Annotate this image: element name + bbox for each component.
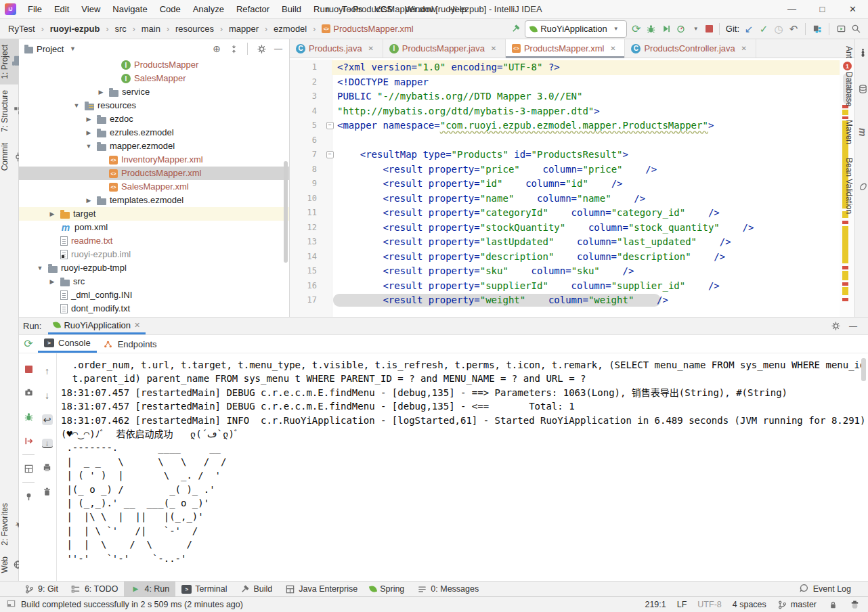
error-stripe-mark[interactable] bbox=[842, 298, 848, 301]
console-scrollbar[interactable] bbox=[861, 358, 866, 381]
collapse-all-icon[interactable] bbox=[228, 43, 239, 54]
next-occurrence-icon[interactable]: ↓ bbox=[42, 390, 53, 401]
error-stripe-mark[interactable] bbox=[842, 221, 848, 224]
run-with-coverage-button[interactable] bbox=[661, 24, 672, 35]
close-button[interactable]: ✕ bbox=[838, 0, 868, 18]
tree-item-readme-txt[interactable]: readme.txt bbox=[19, 234, 289, 248]
toolwindow-button-6-todo[interactable]: 6: TODO bbox=[64, 582, 125, 596]
tree-item-templates-ezmodel[interactable]: ▶templates.ezmodel bbox=[19, 194, 289, 207]
toolwindow-button-java-enterprise[interactable]: Java Enterprise bbox=[278, 582, 364, 596]
menu-view[interactable]: View bbox=[75, 0, 106, 18]
clear-all-icon[interactable] bbox=[42, 486, 53, 497]
editor-tab-products-java[interactable]: CProducts.java✕ bbox=[290, 39, 383, 58]
menu-analyze[interactable]: Analyze bbox=[187, 0, 230, 18]
hide-panel-icon[interactable]: — bbox=[848, 321, 859, 332]
settings-gear-icon[interactable] bbox=[256, 43, 267, 54]
close-tab-icon[interactable]: ✕ bbox=[607, 43, 618, 54]
event-log-button[interactable]: Event Log bbox=[793, 582, 857, 596]
locate-file-icon[interactable]: ⊕ bbox=[211, 43, 222, 54]
run-anything-button[interactable] bbox=[836, 24, 846, 35]
breadcrumb-item[interactable]: src bbox=[114, 24, 126, 34]
breadcrumb-item[interactable]: main bbox=[142, 24, 160, 34]
tree-item-ruoyi-ezpub-tmpl[interactable]: ▼ruoyi-ezpub-tmpl bbox=[19, 261, 289, 275]
project-tree-scrollbar[interactable] bbox=[284, 161, 288, 263]
toolwindow-button-4-run[interactable]: ▶4: Run bbox=[124, 582, 175, 596]
menu-build[interactable]: Build bbox=[276, 0, 307, 18]
pin-tab-icon[interactable] bbox=[23, 491, 34, 502]
tree-toggle-icon[interactable]: ▶ bbox=[47, 211, 57, 217]
menu-navigate[interactable]: Navigate bbox=[106, 0, 153, 18]
chevron-down-icon[interactable]: ▼ bbox=[691, 24, 701, 35]
rerun-button[interactable]: ⟳ bbox=[23, 338, 34, 349]
view-tab-console[interactable]: >Console bbox=[38, 335, 97, 353]
tree-item-target[interactable]: ▶target bbox=[19, 207, 289, 221]
tree-item-pom-xml[interactable]: mpom.xml bbox=[19, 221, 289, 234]
warning-stripe-mark[interactable] bbox=[842, 271, 848, 280]
run-button[interactable]: ⟳ bbox=[631, 24, 642, 35]
toolwindow-button-spring[interactable]: Spring bbox=[364, 582, 410, 596]
error-stripe-mark[interactable] bbox=[842, 282, 848, 286]
tree-item-ruoyi-ezpub-iml[interactable]: ruoyi-ezpub.iml bbox=[19, 248, 289, 261]
editor-tab-productsmapper-xml[interactable]: <>ProductsMapper.xml✕ bbox=[506, 39, 626, 58]
file-encoding[interactable]: UTF-8 bbox=[697, 600, 721, 609]
history-button[interactable]: ◷ bbox=[773, 24, 784, 35]
print-icon[interactable] bbox=[42, 462, 53, 473]
close-tab-icon[interactable]: ✕ bbox=[488, 43, 499, 54]
tree-toggle-icon[interactable]: ▶ bbox=[96, 89, 106, 95]
breadcrumb-item[interactable]: ezmodel bbox=[274, 24, 307, 34]
build-hammer-icon[interactable] bbox=[510, 24, 521, 35]
profiler-button[interactable] bbox=[676, 24, 687, 35]
git-commit-button[interactable]: ✓ bbox=[758, 24, 769, 35]
warning-stripe-mark[interactable] bbox=[842, 287, 848, 295]
tool-strip-2-favorites[interactable]: 2: Favorites★ bbox=[0, 498, 18, 551]
tree-toggle-icon[interactable]: ▶ bbox=[84, 129, 93, 136]
close-tab-icon[interactable]: ✕ bbox=[366, 43, 376, 54]
indent-style[interactable]: 4 spaces bbox=[733, 600, 766, 609]
tree-item-productsmapper[interactable]: IProductsMapper bbox=[19, 58, 289, 72]
settings-gear-icon[interactable] bbox=[830, 321, 841, 332]
breadcrumb-item[interactable]: RyTest bbox=[8, 24, 35, 34]
tree-toggle-icon[interactable]: ▶ bbox=[84, 116, 93, 123]
fold-marker-icon[interactable]: − bbox=[326, 151, 334, 158]
tree-item--dml-config-ini[interactable]: _dml_config.INI bbox=[19, 288, 289, 302]
tree-toggle-icon[interactable]: ▶ bbox=[84, 197, 93, 204]
breadcrumb-item[interactable]: resources bbox=[175, 24, 214, 34]
tree-item-productsmapper-xml[interactable]: <>ProductsMapper.xml bbox=[19, 167, 289, 180]
tool-strip-web[interactable]: Web bbox=[0, 551, 18, 578]
error-stripe-mark[interactable] bbox=[842, 116, 848, 119]
git-branch-widget[interactable]: master bbox=[777, 599, 817, 610]
search-everywhere-button[interactable] bbox=[850, 24, 861, 35]
menu-code[interactable]: Code bbox=[154, 0, 187, 18]
tool-strip-database[interactable]: Database bbox=[855, 65, 868, 113]
breadcrumb-item[interactable]: mapper bbox=[229, 24, 259, 34]
warning-stripe-mark[interactable] bbox=[842, 226, 848, 263]
tree-item-src[interactable]: ▶src bbox=[19, 275, 289, 288]
toolwindow-button-build[interactable]: Build bbox=[234, 582, 279, 596]
breadcrumb-file[interactable]: <>ProductsMapper.xml bbox=[322, 24, 414, 34]
toolwindow-button-terminal[interactable]: >Terminal bbox=[175, 582, 233, 596]
tree-item-inventorymapper-xml[interactable]: <>InventoryMapper.xml bbox=[19, 153, 289, 167]
rollback-button[interactable]: ↶ bbox=[788, 24, 799, 35]
lock-icon[interactable] bbox=[827, 599, 838, 610]
menu-file[interactable]: File bbox=[22, 0, 48, 18]
tool-strip-bean-validation[interactable]: Bean Validation bbox=[855, 151, 868, 221]
tree-item-dont-modify-txt[interactable]: dont_modify.txt bbox=[19, 302, 289, 315]
tree-item-ezdoc[interactable]: ▶ezdoc bbox=[19, 112, 289, 126]
toolwindow-button-0-messages[interactable]: 0: Messages bbox=[410, 582, 485, 596]
debug-button[interactable] bbox=[646, 24, 657, 35]
chevron-down-icon[interactable]: ▼ bbox=[67, 43, 78, 54]
tree-toggle-icon[interactable]: ▼ bbox=[72, 102, 81, 109]
git-update-button[interactable]: ↙ bbox=[743, 24, 754, 35]
tool-strip-commit[interactable]: Commit bbox=[0, 137, 18, 176]
fold-marker-icon[interactable]: − bbox=[326, 122, 334, 129]
tree-item-salesmapper[interactable]: ISalesMapper bbox=[19, 72, 289, 85]
project-panel-title[interactable]: Project bbox=[37, 44, 64, 54]
tool-strip-maven[interactable]: mMaven bbox=[855, 113, 868, 151]
tool-strip-7-structure[interactable]: 7: Structure bbox=[0, 85, 18, 137]
stop-button[interactable] bbox=[706, 25, 713, 32]
update-application-icon[interactable] bbox=[23, 411, 34, 422]
minimize-button[interactable]: — bbox=[777, 0, 807, 18]
editor-code-area[interactable]: 1<?xml version="1.0" encoding="UTF-8" ?>… bbox=[290, 60, 840, 308]
stop-button[interactable] bbox=[25, 366, 32, 373]
close-tab-icon[interactable]: ✕ bbox=[134, 321, 140, 330]
